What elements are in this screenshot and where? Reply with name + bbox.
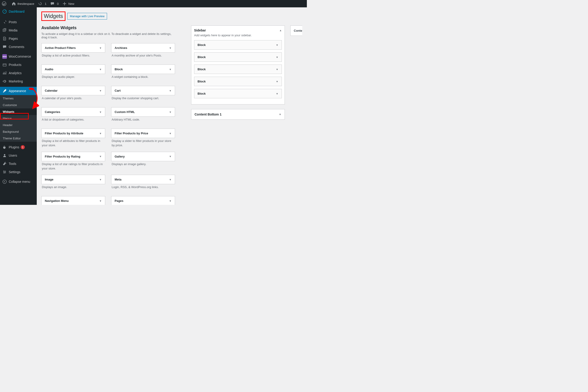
wordpress-icon xyxy=(2,2,6,6)
products-icon xyxy=(2,62,7,67)
sidebar-widget-block[interactable]: Block▼ xyxy=(194,64,282,74)
available-widget[interactable]: Categories▼ xyxy=(41,107,105,117)
analytics-icon xyxy=(2,71,7,75)
sidebar-item-comments[interactable]: Comments xyxy=(0,43,37,51)
sidebar-item-label: Comments xyxy=(9,45,24,49)
available-widget[interactable]: Cart▼ xyxy=(111,86,175,95)
sidebar-item-label: Pages xyxy=(9,37,18,40)
widget-title: Audio xyxy=(45,68,53,71)
megaphone-icon xyxy=(2,79,7,84)
available-widget[interactable]: Audio▼ xyxy=(41,64,105,74)
widget-area-toggle[interactable]: Sidebar ▲ xyxy=(194,28,282,32)
updates-link[interactable]: 1 xyxy=(36,0,48,7)
plugin-icon xyxy=(2,145,7,150)
chevron-down-icon: ▼ xyxy=(169,155,172,158)
sidebar-item-users[interactable]: Users xyxy=(0,151,37,160)
users-icon xyxy=(2,153,7,158)
widget-title: Filter Products by Rating xyxy=(45,155,80,158)
widget-description: A calendar of your site's posts. xyxy=(41,95,105,105)
widget-area-desc: Add widgets here to appear in your sideb… xyxy=(194,34,282,37)
submenu-background[interactable]: Background xyxy=(0,128,37,135)
new-link[interactable]: New xyxy=(60,0,76,7)
widget-description: Display a list of active product filters… xyxy=(41,52,105,62)
widget-description: A widget containing a block. xyxy=(111,74,175,84)
chevron-down-icon: ▼ xyxy=(99,178,102,181)
chevron-down-icon: ▼ xyxy=(99,132,102,135)
sidebar-item-appearance[interactable]: Appearance xyxy=(0,87,37,95)
chevron-down-icon: ▼ xyxy=(99,155,102,158)
available-widget[interactable]: Gallery▼ xyxy=(111,152,175,161)
available-widget[interactable]: Meta▼ xyxy=(111,175,175,184)
chevron-down-icon: ▼ xyxy=(99,200,102,202)
admin-sidebar: Dashboard Posts Media Pages Comments woo… xyxy=(0,7,37,205)
chevron-down-icon: ▼ xyxy=(169,200,172,202)
sidebar-item-label: WooCommerce xyxy=(9,55,31,58)
comments-link[interactable]: 0 xyxy=(48,0,60,7)
comment-icon xyxy=(2,44,7,49)
submenu-menus[interactable]: Menus xyxy=(0,115,37,122)
available-widget[interactable]: Active Product Filters▼ xyxy=(41,43,105,52)
sidebar-widget-block[interactable]: Block▼ xyxy=(194,89,282,98)
available-widgets-column: Available Widgets To activate a widget d… xyxy=(41,26,175,205)
sidebar-item-plugins[interactable]: Plugins 1 xyxy=(0,143,37,151)
sidebar-item-media[interactable]: Media xyxy=(0,26,37,34)
sidebar-item-pages[interactable]: Pages xyxy=(0,34,37,43)
available-widget[interactable]: Custom HTML▼ xyxy=(111,107,175,117)
available-widget[interactable]: Filter Products by Rating▼ xyxy=(41,152,105,161)
submenu-header[interactable]: Header xyxy=(0,122,37,128)
available-widget[interactable]: Filter Products by Attribute▼ xyxy=(41,128,105,138)
available-widget[interactable]: Navigation Menu▼ xyxy=(41,196,105,205)
sidebar-item-label: Products xyxy=(9,63,21,66)
submenu-widgets[interactable]: Widgets xyxy=(0,108,37,115)
widget-title: Meta xyxy=(114,178,122,181)
svg-point-4 xyxy=(4,154,5,156)
available-widget[interactable]: Calendar▼ xyxy=(41,86,105,95)
svg-point-2 xyxy=(4,30,4,31)
widget-area-cutoff[interactable]: Conten xyxy=(290,26,302,36)
tools-icon xyxy=(2,162,7,166)
sidebar-widget-block[interactable]: Block▼ xyxy=(194,52,282,62)
chevron-down-icon: ▼ xyxy=(99,111,102,114)
available-widget[interactable]: Filter Products by Price▼ xyxy=(111,128,175,138)
submenu-theme-editor[interactable]: Theme Editor xyxy=(0,135,37,142)
sidebar-widget-block[interactable]: Block▼ xyxy=(194,40,282,50)
sidebar-item-dashboard[interactable]: Dashboard xyxy=(0,7,37,16)
sidebar-item-posts[interactable]: Posts xyxy=(0,18,37,26)
submenu-customize[interactable]: Customize xyxy=(0,102,37,108)
sidebar-collapse[interactable]: Collapse menu xyxy=(0,178,37,186)
available-widget[interactable]: Image▼ xyxy=(41,175,105,184)
chevron-down-icon: ▼ xyxy=(276,56,278,58)
media-icon xyxy=(2,28,7,32)
live-preview-button[interactable]: Manage with Live Preview xyxy=(67,13,107,20)
sidebar-item-settings[interactable]: Settings xyxy=(0,168,37,176)
wp-logo[interactable] xyxy=(0,0,10,7)
available-widget[interactable]: Pages▼ xyxy=(111,196,175,205)
chevron-down-icon: ▼ xyxy=(99,46,102,49)
widget-title: Navigation Menu xyxy=(45,199,69,202)
sidebar-item-woocommerce[interactable]: woo WooCommerce xyxy=(0,52,37,61)
comments-count: 0 xyxy=(57,2,58,6)
available-widget[interactable]: Block▼ xyxy=(111,64,175,74)
chevron-down-icon: ▼ xyxy=(169,46,172,49)
chevron-down-icon: ▼ xyxy=(169,178,172,181)
widget-description: Displays an image. xyxy=(41,184,105,194)
sidebar-widget-block[interactable]: Block▼ xyxy=(194,77,282,86)
chevron-down-icon: ▼ xyxy=(99,68,102,71)
widget-title: Categories xyxy=(45,110,60,114)
widget-area-content-bottom-1[interactable]: Content Bottom 1 ▼ xyxy=(191,109,285,120)
widget-description: Arbitrary HTML code. xyxy=(111,117,175,126)
widget-title: Block xyxy=(198,92,206,95)
sidebar-item-label: Users xyxy=(9,154,17,157)
chevron-down-icon: ▼ xyxy=(276,44,278,46)
sidebar-item-tools[interactable]: Tools xyxy=(0,160,37,168)
submenu-themes[interactable]: Themes xyxy=(0,95,37,102)
sidebar-item-products[interactable]: Products xyxy=(0,61,37,69)
widget-title: Active Product Filters xyxy=(45,46,76,50)
sidebar-item-analytics[interactable]: Analytics xyxy=(0,69,37,77)
site-name-link[interactable]: thesitespace xyxy=(10,0,36,7)
available-widget[interactable]: Archives▼ xyxy=(111,43,175,52)
widget-title: Filter Products by Price xyxy=(114,132,148,135)
woo-icon: woo xyxy=(2,54,7,59)
sidebar-item-marketing[interactable]: Marketing xyxy=(0,77,37,86)
updates-count: 1 xyxy=(45,2,46,6)
